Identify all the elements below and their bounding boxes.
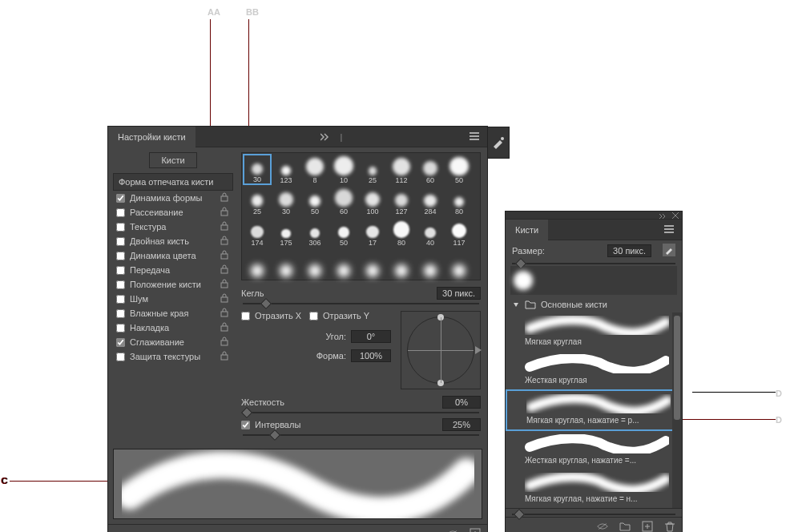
brush-tip-thumb[interactable]: 284 (416, 185, 445, 216)
brushes-panel-menu-icon[interactable] (664, 224, 677, 236)
angle-roundness-wheel[interactable] (407, 316, 474, 384)
brush-tip-thumb[interactable]: 127 (387, 185, 416, 216)
lock-icon[interactable] (220, 264, 230, 276)
brush-preset-item[interactable]: Мягкая круглая (506, 312, 682, 351)
close-panel-icon[interactable] (672, 211, 679, 220)
brush-size-slider[interactable] (512, 263, 675, 264)
brush-size-value[interactable]: 30 пикс. (607, 244, 651, 257)
lock-icon[interactable] (220, 207, 230, 218)
brushes-tab[interactable]: Кисти (506, 220, 548, 240)
brush-preset-item[interactable]: Мягкая круглая, нажатие = р... (506, 389, 682, 431)
brush-tip-thumb[interactable]: 175 (272, 216, 300, 248)
svg-rect-4 (221, 240, 228, 244)
brush-tip-thumb[interactable]: 50 (445, 154, 474, 185)
spacing-value[interactable]: 25% (442, 418, 481, 431)
lock-icon[interactable] (220, 293, 230, 304)
brush-tip-thumb[interactable] (243, 248, 272, 279)
brush-tip-thumb[interactable]: 123 (272, 154, 300, 185)
brush-tip-thumb[interactable]: 60 (329, 185, 358, 216)
lock-icon[interactable] (220, 279, 230, 290)
brush-preset-item[interactable]: Жесткая круглая, нажатие =... (506, 431, 682, 470)
option-накладка[interactable]: Накладка (113, 320, 233, 335)
size-value[interactable]: 30 пикс. (437, 287, 481, 300)
brush-tip-thumb[interactable]: 17 (358, 216, 387, 248)
option-защита-текстуры[interactable]: Защита текстуры (113, 349, 233, 364)
brush-tip-thumb[interactable]: 112 (387, 154, 416, 185)
new-brush-icon[interactable] (642, 521, 653, 532)
option-динамика-цвета[interactable]: Динамика цвета (113, 248, 233, 263)
option-положение-кисти[interactable]: Положение кисти (113, 277, 233, 292)
brush-tip-thumb[interactable]: 30 (243, 154, 272, 185)
lock-icon[interactable] (220, 192, 230, 204)
brush-tip-thumb[interactable] (272, 248, 300, 279)
lock-icon[interactable] (220, 308, 230, 319)
lock-icon[interactable] (220, 236, 230, 247)
collapse-icon[interactable] (320, 133, 333, 141)
option-рассеивание[interactable]: Рассеивание (113, 205, 233, 220)
panel-menu-icon[interactable] (470, 131, 482, 143)
brush-preset-item[interactable]: Жесткая круглая (506, 351, 682, 389)
option-передача[interactable]: Передача (113, 263, 233, 277)
brush-edit-icon[interactable] (663, 244, 675, 258)
brush-tip-thumb[interactable] (445, 248, 474, 279)
panel-title[interactable]: Настройки кисти (108, 127, 195, 147)
size-slider[interactable] (243, 303, 479, 304)
lock-icon[interactable] (220, 221, 230, 232)
brush-tip-grid[interactable]: 3012381025112605025305060100127284801741… (241, 152, 481, 280)
brush-thumbnail-size-slider[interactable] (512, 514, 675, 515)
brush-tip-thumb[interactable]: 25 (358, 154, 387, 185)
flip-x-checkbox[interactable]: Отразить X (241, 311, 301, 320)
flip-y-checkbox[interactable]: Отразить Y (309, 311, 369, 320)
brush-folder-row[interactable]: Основные кисти (506, 296, 682, 312)
roundness-input[interactable]: 100% (351, 349, 391, 362)
visibility-toggle-icon[interactable] (447, 528, 458, 532)
brush-tip-thumb[interactable]: 174 (243, 216, 272, 248)
option-текстура[interactable]: Текстура (113, 220, 233, 234)
brush-tip-thumb[interactable] (358, 248, 387, 279)
brush-tip-thumb[interactable]: 100 (358, 185, 387, 216)
lock-icon[interactable] (220, 322, 230, 333)
brush-tip-thumb[interactable] (300, 248, 329, 279)
new-preset-icon[interactable] (470, 528, 481, 532)
lock-icon[interactable] (220, 351, 230, 362)
brush-tip-thumb[interactable]: 306 (300, 216, 329, 248)
svg-rect-10 (221, 326, 228, 331)
collapse-panel-icon[interactable] (659, 211, 667, 220)
option-двойная-кисть[interactable]: Двойная кисть (113, 234, 233, 248)
brush-tip-thumb[interactable]: 80 (445, 185, 474, 216)
brushes-button[interactable]: Кисти (149, 152, 196, 168)
brush-tip-thumb[interactable]: 25 (243, 185, 272, 216)
hardness-slider[interactable] (243, 412, 479, 413)
option-сглаживание[interactable]: Сглаживание (113, 335, 233, 349)
brush-tip-thumb[interactable]: 50 (300, 185, 329, 216)
option-влажные-края[interactable]: Влажные края (113, 306, 233, 320)
hardness-value[interactable]: 0% (442, 396, 481, 409)
new-folder-icon[interactable] (619, 521, 631, 532)
brush-tip-thumb[interactable]: 117 (445, 216, 474, 248)
brush-tip-thumb[interactable]: 50 (329, 216, 358, 248)
spacing-checkbox[interactable]: Интервалы (241, 420, 300, 429)
lock-icon[interactable] (220, 337, 230, 348)
lock-icon[interactable] (220, 250, 230, 261)
angle-input[interactable]: 0° (351, 330, 391, 343)
marker-c: C (1, 475, 7, 486)
delete-brush-icon[interactable] (664, 521, 675, 532)
brush-tip-shape-button[interactable]: Форма отпечатка кисти (113, 173, 233, 191)
brush-preset-item[interactable]: Мягкая круглая, нажатие = н... (506, 470, 682, 508)
brush-tip-thumb[interactable]: 80 (387, 216, 416, 248)
docked-brush-icon[interactable] (487, 127, 510, 159)
brush-tip-thumb[interactable] (387, 248, 416, 279)
brush-tip-thumb[interactable]: 10 (329, 154, 358, 185)
brush-tip-thumb[interactable]: 8 (300, 154, 329, 185)
brush-list-scrollbar[interactable] (672, 312, 682, 508)
brush-tip-thumb[interactable]: 40 (416, 216, 445, 248)
brush-tip-thumb[interactable] (329, 248, 358, 279)
visibility-icon[interactable] (597, 521, 608, 532)
size-label: Кегль (241, 288, 264, 298)
option-шум[interactable]: Шум (113, 292, 233, 306)
option-динамика-формы[interactable]: Динамика формы (113, 191, 233, 205)
spacing-slider[interactable] (243, 434, 479, 436)
brush-tip-thumb[interactable]: 60 (416, 154, 445, 185)
brush-tip-thumb[interactable]: 30 (272, 185, 300, 216)
brush-tip-thumb[interactable] (416, 248, 445, 279)
